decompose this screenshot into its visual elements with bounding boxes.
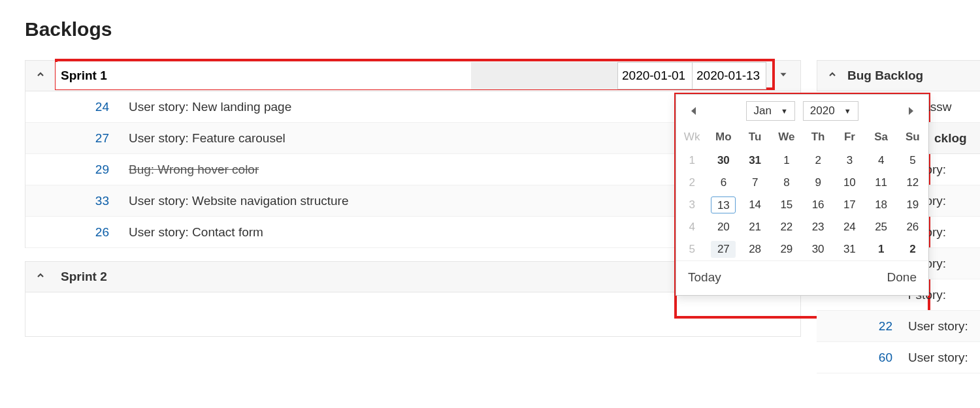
calendar-day[interactable]: 6 <box>708 172 739 194</box>
calendar-day-header: Wk <box>676 127 708 149</box>
item-id[interactable]: 27 <box>79 131 129 146</box>
done-button[interactable]: Done <box>887 270 917 285</box>
collapse-toggle[interactable] <box>817 69 847 83</box>
calendar-day[interactable]: 7 <box>740 172 771 194</box>
list-item[interactable]: 60User story: <box>817 342 980 373</box>
item-title: User story: New landing page <box>129 100 291 114</box>
item-id[interactable]: 24 <box>79 100 129 114</box>
item-title: Bug: Wrong hover color <box>129 163 259 177</box>
item-title: User story: Website navigation structure <box>129 194 349 208</box>
calendar-day[interactable]: 26 <box>897 216 928 238</box>
calendar-day[interactable]: 8 <box>771 172 802 194</box>
collapse-toggle[interactable] <box>25 69 56 83</box>
calendar-day-header: Su <box>897 127 928 149</box>
calendar-day[interactable]: 30 <box>802 238 834 260</box>
calendar-day-header: Th <box>802 127 834 149</box>
calendar-day[interactable]: 2 <box>897 238 928 260</box>
month-select[interactable]: Jan ▼ <box>746 101 794 121</box>
item-title: User story: <box>908 351 968 365</box>
calendar-day[interactable]: 20 <box>708 216 739 238</box>
calendar-day[interactable]: 24 <box>834 216 865 238</box>
prev-month-button[interactable] <box>685 102 702 119</box>
item-title: User story: <box>908 319 968 334</box>
calendar-day[interactable]: 1 <box>771 149 802 172</box>
sprint-edit-spacer <box>471 62 617 89</box>
week-number: 3 <box>676 194 708 216</box>
calendar-day[interactable]: 13 <box>708 194 739 216</box>
calendar-day[interactable]: 2 <box>802 149 834 172</box>
calendar-day[interactable]: 23 <box>802 216 834 238</box>
dropdown-caret-icon: ▼ <box>781 107 788 115</box>
calendar-day[interactable]: 25 <box>866 216 897 238</box>
calendar-day[interactable]: 28 <box>740 238 771 260</box>
dropdown-caret-icon <box>777 69 789 80</box>
week-number: 2 <box>676 172 708 194</box>
item-id[interactable]: 29 <box>79 163 129 177</box>
sprint-empty-drop-area[interactable] <box>25 292 801 337</box>
calendar-day[interactable]: 16 <box>802 194 834 216</box>
chevron-up-icon <box>827 69 838 80</box>
calendar-day[interactable]: 3 <box>834 149 865 172</box>
calendar-grid: WkMoTuWeThFrSaSu 13031123452678910111231… <box>676 127 928 260</box>
svg-marker-0 <box>781 72 787 76</box>
svg-marker-1 <box>691 107 696 115</box>
chevron-up-icon <box>35 69 46 80</box>
datepicker-popup: Jan ▼ 2020 ▼ WkMoTuWeThFrSaSu 1303112345… <box>676 94 929 296</box>
today-button[interactable]: Today <box>688 270 721 285</box>
calendar-day[interactable]: 31 <box>740 149 771 172</box>
calendar-day[interactable]: 29 <box>771 238 802 260</box>
item-title: User story: Feature carousel <box>129 131 286 146</box>
chevron-up-icon <box>35 270 46 281</box>
sprint-menu-button[interactable] <box>766 69 800 84</box>
calendar-day[interactable]: 1 <box>866 238 897 260</box>
calendar-day-header: Sa <box>866 127 897 149</box>
calendar-day-header: Mo <box>708 127 739 149</box>
item-id[interactable]: 26 <box>79 225 129 240</box>
item-id[interactable]: 22 <box>862 319 908 334</box>
week-number: 1 <box>676 149 708 172</box>
calendar-day[interactable]: 18 <box>866 194 897 216</box>
calendar-day[interactable]: 14 <box>740 194 771 216</box>
calendar-day[interactable]: 4 <box>866 149 897 172</box>
year-select[interactable]: 2020 ▼ <box>803 101 858 121</box>
calendar-day[interactable]: 10 <box>834 172 865 194</box>
calendar-day[interactable]: 27 <box>708 238 739 260</box>
sprint-name-input[interactable] <box>56 62 471 89</box>
month-value: Jan <box>753 104 771 118</box>
calendar-day[interactable]: 21 <box>740 216 771 238</box>
triangle-right-icon <box>907 107 914 115</box>
item-id[interactable]: 33 <box>79 194 129 208</box>
sprint-start-date-input[interactable] <box>617 62 692 89</box>
bug-backlog-title: Bug Backlog <box>847 69 923 83</box>
calendar-day[interactable]: 30 <box>708 149 739 172</box>
sprint-end-date-input[interactable] <box>692 62 766 89</box>
calendar-day[interactable]: 9 <box>802 172 834 194</box>
calendar-day[interactable]: 31 <box>834 238 865 260</box>
week-number: 4 <box>676 216 708 238</box>
backlog-title-truncated: cklog <box>934 131 967 146</box>
week-number: 5 <box>676 238 708 260</box>
calendar-day[interactable]: 22 <box>771 216 802 238</box>
triangle-left-icon <box>691 107 697 115</box>
item-title: User story: Contact form <box>129 225 263 240</box>
calendar-day[interactable]: 12 <box>897 172 928 194</box>
calendar-day-header: We <box>771 127 802 149</box>
dropdown-caret-icon: ▼ <box>844 107 851 115</box>
next-month-button[interactable] <box>902 102 919 119</box>
calendar-day[interactable]: 19 <box>897 194 928 216</box>
year-value: 2020 <box>810 104 835 118</box>
calendar-day[interactable]: 11 <box>866 172 897 194</box>
sprint-header <box>25 60 801 91</box>
collapse-toggle[interactable] <box>25 270 56 284</box>
calendar-day-header: Tu <box>740 127 771 149</box>
bug-backlog-header: Bug Backlog <box>817 60 980 91</box>
calendar-day-header: Fr <box>834 127 865 149</box>
item-id[interactable]: 60 <box>862 351 908 365</box>
calendar-day[interactable]: 15 <box>771 194 802 216</box>
page-title: Backlogs <box>25 18 980 40</box>
list-item[interactable]: 22User story: <box>817 311 980 342</box>
calendar-day[interactable]: 5 <box>897 149 928 172</box>
calendar-day[interactable]: 17 <box>834 194 865 216</box>
svg-marker-2 <box>909 107 913 115</box>
